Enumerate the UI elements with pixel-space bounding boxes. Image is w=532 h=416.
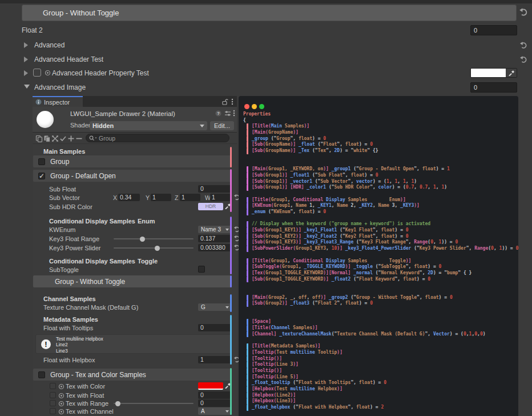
slider-thumb[interactable] (115, 401, 120, 406)
object-picker-icon[interactable] (58, 393, 65, 399)
float-value-field[interactable]: 0 (470, 25, 517, 35)
value-field[interactable]: 0.137 (198, 235, 231, 242)
undo-icon[interactable] (519, 7, 528, 17)
copy-icon[interactable] (35, 135, 43, 142)
minus-icon[interactable] (75, 135, 83, 142)
eyedropper-button[interactable] (506, 69, 517, 77)
inspector-row: Key3 Float Range 0.137 (33, 235, 233, 243)
value-field[interactable]: 0 (198, 185, 231, 193)
revert-button[interactable] (519, 7, 528, 17)
material-preview-thumbnail[interactable] (37, 111, 54, 128)
property-label: Float with Helpbox (43, 357, 95, 363)
group-header[interactable]: Group - Without Toggle (33, 275, 232, 287)
vector-value-field[interactable]: 0.34 (118, 194, 140, 201)
preset-icon[interactable] (224, 110, 231, 117)
foldout-arrow-icon[interactable] (24, 42, 28, 48)
float-value-field[interactable]: 0 (470, 82, 517, 93)
window-zoom-dot[interactable] (259, 104, 264, 109)
vector-value-field[interactable]: 1 (180, 194, 200, 201)
value-field[interactable]: 0 (198, 324, 231, 331)
slider-track[interactable] (114, 403, 194, 404)
group-header[interactable]: Group (33, 155, 232, 167)
inspector-row: Metadata Samples (33, 315, 233, 323)
dropdown[interactable]: Name 3 (198, 226, 231, 233)
texture-slot[interactable] (50, 392, 56, 398)
texture-slot[interactable] (50, 400, 56, 406)
value-field[interactable]: 0 (198, 399, 231, 407)
code-editor: Properties{[Title(Main Samples)][Main(Gr… (239, 96, 518, 416)
object-picker-icon[interactable] (58, 383, 65, 390)
vector-value-field[interactable]: 1 (210, 194, 231, 201)
slider-thumb[interactable] (155, 246, 160, 251)
object-picker-icon[interactable] (58, 401, 65, 407)
hdr-color-swatch[interactable]: HDR (198, 203, 223, 210)
value-field[interactable]: 1 (198, 356, 231, 363)
slider-thumb[interactable] (140, 237, 145, 242)
property-label: Texture Channel Mask (Default G) (43, 304, 138, 311)
property-test-checkbox[interactable] (33, 69, 41, 77)
code-line: [Sub(Group1_KEY2)] _key2_Float2 ("Key2 F… (247, 234, 515, 240)
group-header[interactable]: Group - Tex and Color Samples (33, 369, 232, 381)
texture-slot[interactable] (50, 383, 56, 389)
code-line: [Title(Group1, Conditional Display Sampl… (247, 258, 515, 265)
tab-inspector[interactable]: Inspector (33, 96, 83, 107)
foldout-arrow-icon[interactable] (24, 57, 28, 62)
code-line: [Title(Main Samples)] (247, 123, 515, 130)
group-toggle-checkbox[interactable] (38, 371, 45, 378)
group-header[interactable]: ✓ Group - Default Open (33, 170, 232, 182)
dropdown[interactable]: G (198, 303, 231, 311)
vector-value-field[interactable]: 1 (151, 194, 171, 201)
code-line (247, 289, 515, 295)
shader-dropdown[interactable]: Hidden (90, 121, 207, 130)
color-swatch-white[interactable] (471, 69, 506, 77)
undo-icon[interactable] (519, 55, 527, 63)
group-color-bar (230, 217, 232, 274)
texture-slot[interactable] (50, 408, 56, 414)
kebab-menu-icon[interactable] (233, 110, 235, 117)
revert-button[interactable] (519, 41, 527, 49)
code-line: [SubToggle(Group1, _TOGGLE_KEYWORD)] _to… (247, 264, 515, 270)
paste-icon[interactable] (43, 135, 51, 142)
lock-icon[interactable] (221, 98, 228, 105)
color-swatch[interactable] (198, 382, 223, 390)
slider-track[interactable] (114, 238, 194, 239)
help-icon[interactable]: ? (215, 110, 221, 117)
color-swatch[interactable] (470, 68, 517, 78)
group-toggle-checkbox[interactable] (38, 158, 45, 165)
code-line (247, 307, 515, 313)
plus-icon[interactable] (67, 135, 75, 142)
foldout-arrow-icon[interactable] (24, 70, 28, 76)
code-line: [Space] (247, 319, 515, 325)
foldout-arrow-icon[interactable] (24, 85, 30, 89)
object-picker-icon[interactable] (58, 383, 65, 390)
toggle-checkbox[interactable] (198, 266, 205, 273)
inspector-row: Sub VectorX 0.34Y 1Z 1W 1 (33, 194, 233, 202)
check-icon[interactable] (59, 135, 67, 142)
edit-shader-button[interactable]: Edit... (210, 121, 234, 130)
inspector-row: Channel Samples (33, 295, 233, 302)
kebab-menu-icon[interactable] (231, 98, 233, 105)
group-without-toggle-header[interactable]: Group - Without Toggle (22, 5, 517, 21)
window-close-dot[interactable] (244, 104, 249, 109)
code-line: Properties (243, 111, 515, 118)
inspector-row: Float with Helpbox1 (33, 356, 233, 364)
slider-track[interactable] (114, 247, 194, 249)
code-line: [Main(GroupName)] (247, 130, 515, 136)
search-input[interactable]: Group (86, 134, 229, 142)
object-picker-icon[interactable] (58, 409, 65, 415)
object-picker-icon[interactable] (45, 70, 51, 76)
object-picker-icon[interactable] (45, 70, 51, 76)
object-picker-icon[interactable] (58, 401, 65, 407)
group-color-bar (230, 294, 232, 312)
object-picker-icon[interactable] (58, 409, 65, 415)
undo-icon[interactable] (519, 41, 527, 49)
collapse-icon[interactable] (51, 135, 59, 142)
dropdown[interactable]: A (198, 407, 231, 415)
object-picker-icon[interactable] (58, 393, 65, 399)
revert-button[interactable] (519, 55, 527, 63)
value-field[interactable]: 0.003380 (198, 244, 231, 251)
window-minimize-dot[interactable] (252, 104, 257, 109)
value-field[interactable]: 0 (198, 391, 231, 399)
group-toggle-checkbox[interactable]: ✓ (38, 173, 45, 179)
property-label: Float 2 (22, 26, 43, 34)
